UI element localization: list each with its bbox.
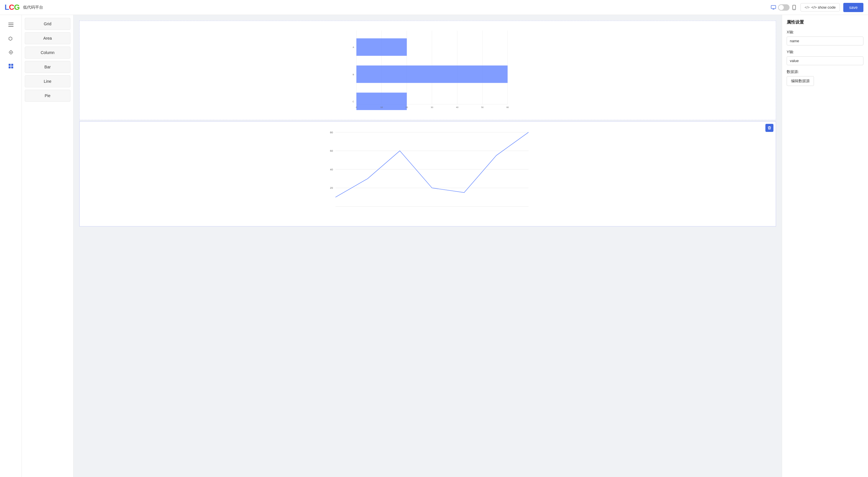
logo-g: G — [14, 3, 20, 11]
x-tick-40: 40 — [456, 106, 459, 108]
sidebar: ⬡ — [0, 15, 22, 477]
line-polyline — [335, 132, 529, 197]
properties-panel: 属性设置 X轴: Y轴: 数据源: 编辑数据源 — [782, 15, 868, 477]
line-chart-container: 80 60 40 20 — [80, 122, 776, 226]
component-column[interactable]: Column — [25, 46, 70, 59]
svg-text:⬡: ⬡ — [8, 36, 12, 41]
sidebar-html-icon[interactable]: ⬡ — [5, 32, 17, 45]
header-right: </> </> show code save — [771, 3, 864, 12]
toggle-switch[interactable] — [778, 4, 789, 11]
y-tick-40: 40 — [330, 168, 333, 171]
device-toggle — [771, 4, 797, 11]
y-label-c: C — [353, 100, 354, 103]
x-tick-20: 20 — [406, 106, 408, 108]
show-code-icon: </> — [805, 5, 810, 9]
component-area[interactable]: Area — [25, 32, 70, 44]
properties-title: 属性设置 — [787, 20, 863, 25]
component-grid[interactable]: Grid — [25, 18, 70, 30]
edit-datasource-button[interactable]: 编辑数据源 — [787, 76, 814, 86]
y-label-a: A — [353, 46, 354, 49]
component-panel: Grid Area Column Bar Line Pie — [22, 15, 73, 477]
main-layout: ⬡ Grid Area Column Bar Line Pie — [0, 15, 868, 477]
x-tick-50: 50 — [481, 106, 484, 108]
line-chart-wrapper[interactable]: 80 60 40 20 — [79, 121, 776, 226]
x-axis-label: X轴: — [787, 30, 863, 35]
x-tick-0: 0 — [356, 106, 357, 108]
y-label-b: B — [353, 73, 354, 76]
sidebar-diamond-icon[interactable] — [5, 46, 17, 59]
logo: LCG — [5, 3, 20, 12]
y-axis-label: Y轴: — [787, 50, 863, 55]
x-tick-30: 30 — [431, 106, 433, 108]
svg-rect-14 — [11, 66, 13, 68]
svg-rect-12 — [11, 64, 13, 66]
sidebar-menu-icon[interactable] — [5, 19, 17, 31]
sidebar-grid-icon[interactable] — [5, 60, 17, 72]
toggle-knob — [779, 5, 784, 10]
mobile-icon[interactable] — [791, 5, 797, 10]
datasource-label: 数据源: — [787, 69, 863, 74]
bar-chart-wrapper[interactable]: A B C 0 10 20 30 40 50 60 — [79, 21, 776, 120]
desktop-icon[interactable] — [771, 5, 776, 10]
y-axis-input[interactable] — [787, 56, 863, 65]
canvas-area: A B C 0 10 20 30 40 50 60 — [73, 15, 782, 477]
svg-rect-0 — [771, 5, 776, 9]
logo-subtitle: 低代码平台 — [23, 5, 43, 10]
line-chart-svg: 80 60 40 20 — [94, 127, 770, 216]
show-code-label: </> show code — [811, 5, 836, 9]
y-tick-20: 20 — [330, 186, 333, 189]
component-line[interactable]: Line — [25, 75, 70, 87]
bar-chart-container: A B C 0 10 20 30 40 50 60 — [80, 21, 776, 120]
bar-b — [356, 65, 507, 83]
logo-c: C — [9, 3, 14, 11]
bar-a — [356, 38, 407, 56]
delete-line-chart-button[interactable] — [765, 124, 773, 132]
logo-l: L — [5, 3, 9, 11]
bar-chart-svg: A B C 0 10 20 30 40 50 60 — [94, 27, 770, 110]
x-tick-10: 10 — [380, 106, 383, 108]
x-tick-60: 60 — [506, 106, 509, 108]
header: LCG 低代码平台 </> </ — [0, 0, 868, 15]
svg-point-4 — [794, 9, 795, 9]
y-tick-60: 60 — [330, 149, 333, 152]
save-button[interactable]: save — [843, 3, 863, 12]
x-axis-input[interactable] — [787, 36, 863, 45]
svg-rect-13 — [9, 66, 11, 68]
show-code-button[interactable]: </> </> show code — [801, 3, 840, 11]
svg-point-10 — [10, 52, 11, 53]
canvas-content: A B C 0 10 20 30 40 50 60 — [79, 21, 776, 228]
svg-rect-11 — [9, 64, 11, 66]
component-pie[interactable]: Pie — [25, 90, 70, 102]
y-tick-80: 80 — [330, 131, 333, 134]
header-left: LCG 低代码平台 — [5, 3, 43, 12]
component-bar[interactable]: Bar — [25, 61, 70, 73]
